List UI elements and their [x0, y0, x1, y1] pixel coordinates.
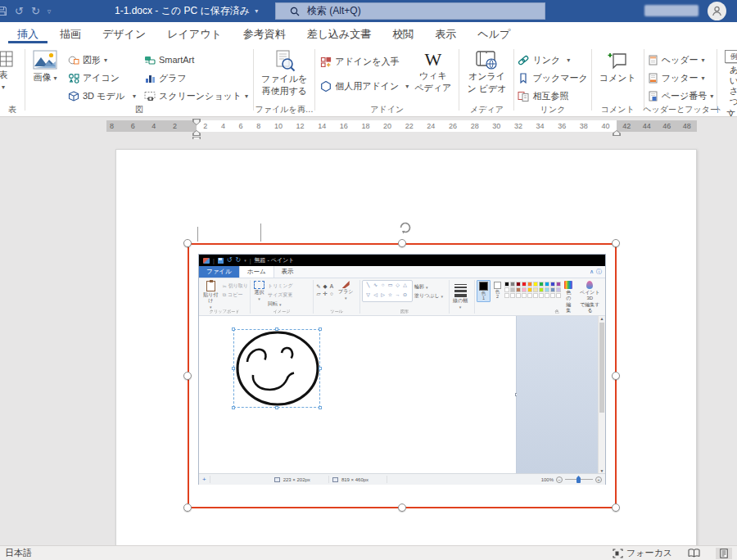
reuse-files-button[interactable]: ファイルを 再使用する: [257, 49, 311, 97]
link-button[interactable]: リンク▾: [518, 51, 587, 69]
qat-more-icon[interactable]: ▿: [47, 7, 52, 16]
undo-icon[interactable]: ↺: [15, 5, 24, 17]
resize-handle-middle-left[interactable]: [183, 372, 192, 380]
ruler-number: 12: [296, 122, 305, 130]
wikipedia-button[interactable]: W ウィキ ペディア: [410, 49, 455, 94]
read-mode-icon: [688, 549, 700, 558]
get-addins-icon: [320, 56, 332, 67]
document-title[interactable]: 1-1.docx - この PC に保存済み ▾: [115, 0, 258, 22]
comment-button[interactable]: コメント: [595, 49, 640, 84]
ribbon-tab[interactable]: 表示: [424, 22, 467, 45]
chevron-down-icon: ▾: [255, 7, 258, 15]
scroll-down-icon: ▼: [600, 468, 604, 473]
header-button[interactable]: ヘッダー▾: [648, 51, 714, 69]
paint-select-button: 選択 ▾: [252, 280, 266, 303]
resize-handle-top-center[interactable]: [398, 239, 406, 247]
chart-button[interactable]: グラフ: [144, 69, 248, 87]
ribbon-tab[interactable]: 校閲: [382, 22, 424, 45]
image-size-icon: [332, 477, 338, 482]
ruler-number: 38: [580, 122, 588, 130]
paint-help-area: ∧ⓘ: [590, 266, 602, 278]
paint-paste-button: 貼り付け ▾: [201, 280, 221, 311]
paint-clipboard-icon: [206, 281, 215, 291]
ruler-number: 30: [492, 122, 500, 130]
screenshot-button[interactable]: スクリーンショット▾: [144, 87, 248, 105]
print-layout-button[interactable]: [716, 548, 732, 559]
paint-palette-color: [539, 282, 544, 287]
icons-button[interactable]: アイコン: [68, 69, 136, 87]
selected-image[interactable]: | ↺ ↻ ▾ | 無題 - ペイント ファイル ホーム 表示 ∧ⓘ 貼り付け …: [188, 243, 617, 508]
read-mode-button[interactable]: [684, 548, 704, 558]
paint-palette-color: [533, 287, 538, 292]
paint-edit-colors-icon: [564, 281, 572, 289]
paint-palette-color: [516, 287, 521, 292]
title-bar: ↺ ↻ ▿ 1-1.docx - この PC に保存済み ▾ 検索 (Alt+Q…: [0, 0, 737, 22]
first-line-indent-marker[interactable]: [192, 119, 201, 125]
resize-handle-top-right[interactable]: [612, 239, 620, 247]
resize-handle-bottom-left[interactable]: [183, 504, 192, 512]
cross-reference-icon: [518, 91, 529, 102]
ribbon-tab[interactable]: デザイン: [92, 22, 156, 45]
paint-shape-icon: ○: [379, 282, 387, 291]
resize-handle-bottom-right[interactable]: [612, 504, 620, 512]
table-icon: [0, 50, 13, 68]
ribbon-tab[interactable]: 差し込み文書: [296, 22, 382, 45]
3d-model-button[interactable]: 3D モデル▾: [68, 87, 136, 105]
resize-handle-top-left[interactable]: [183, 239, 192, 247]
paint-palette-color: [550, 282, 555, 287]
paint-palette-color: [545, 293, 549, 298]
greeting-button[interactable]: 例 あいさつ 文 ▾: [721, 49, 737, 116]
search-input[interactable]: 検索 (Alt+Q): [275, 2, 545, 20]
image-button[interactable]: 画像 ▾: [29, 49, 61, 84]
image-icon: [33, 50, 57, 70]
ribbon-tab[interactable]: ヘルプ: [467, 22, 521, 45]
rotate-handle[interactable]: [397, 219, 414, 236]
resize-handle-bottom-center[interactable]: [398, 504, 406, 512]
footer-button[interactable]: フッター▾: [648, 69, 714, 87]
ruler-number: 10: [274, 122, 283, 130]
paint-group-shapes: ╲∿○▭◇△▽◁▷☆→⊙ 輪郭▾ 塗りつぶし▾ 図形: [360, 278, 449, 315]
ribbon-tab[interactable]: 描画: [49, 22, 92, 45]
page-number-button[interactable]: ページ番号▾: [648, 87, 714, 105]
ruler-number: 2: [173, 122, 177, 130]
shapes-button[interactable]: 図形▾: [68, 51, 136, 69]
ribbon-tab[interactable]: 挿入: [7, 22, 49, 45]
paint-brush-icon: [342, 281, 350, 288]
ruler-number: 22: [405, 122, 414, 130]
paint-tab-home: ホーム: [239, 266, 274, 278]
paint-shape-icon: ☆: [387, 291, 394, 301]
paint-title-bar: | ↺ ↻ ▾ | 無題 - ペイント: [199, 255, 605, 266]
paint-color1-swatch: 色1: [477, 280, 491, 302]
right-indent-marker[interactable]: [613, 130, 621, 136]
hanging-indent-marker[interactable]: [192, 130, 201, 136]
cross-reference-button[interactable]: 相互参照: [518, 87, 587, 105]
ribbon-tab[interactable]: 参考資料: [233, 22, 296, 45]
bookmark-button[interactable]: ブックマーク: [518, 69, 587, 87]
smartart-button[interactable]: SmartArt: [144, 51, 248, 69]
paint-workspace-background: [517, 316, 598, 473]
paint-select-icon: [254, 281, 265, 289]
paint-shape-icon: ∿: [372, 282, 379, 291]
focus-mode-button[interactable]: フォーカス: [613, 547, 672, 559]
my-addins-button[interactable]: 個人用アドイン▾: [320, 77, 409, 95]
online-video-button[interactable]: オンライ ン ビデオ: [463, 49, 510, 95]
paint-tab-view: 表示: [274, 266, 301, 278]
paint-group-image: 選択 ▾ トリミング サイズ変更 回転▾ イメージ: [251, 278, 313, 315]
resize-handle-middle-right[interactable]: [612, 372, 620, 380]
ribbon: 表 ▾ 表 画像 ▾ 図形▾ アイコン 3D モデル▾: [0, 45, 737, 117]
ruler-number: 34: [536, 122, 545, 130]
paint-tool-icon: ✎: [315, 282, 322, 290]
ruler-number: 40: [601, 122, 609, 130]
ruler-number: 24: [427, 122, 435, 130]
ruler-number: 42: [622, 122, 631, 130]
redo-icon[interactable]: ↻: [31, 5, 40, 17]
ribbon-group-table: 表 ▾ 表: [0, 45, 25, 116]
language-indicator[interactable]: 日本語: [5, 547, 32, 559]
get-addins-button[interactable]: アドインを入手: [320, 52, 409, 70]
save-icon[interactable]: [0, 6, 7, 16]
paint-canvas: [201, 316, 517, 473]
ribbon-tab[interactable]: レイアウト: [156, 22, 233, 45]
table-button[interactable]: 表 ▾: [0, 49, 13, 93]
paint-app-icon: [203, 258, 210, 264]
account-avatar[interactable]: [708, 2, 726, 20]
